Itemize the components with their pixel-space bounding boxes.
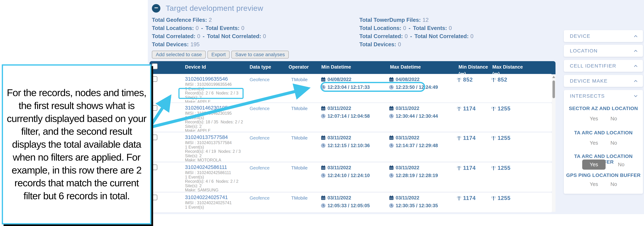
calendar-icon — [321, 135, 326, 140]
data-type-cell: Geofence — [250, 77, 270, 82]
device-id-link[interactable]: 310260199635546 — [185, 76, 238, 82]
filter-panel-intersects-header[interactable]: INTERSECTS — [564, 90, 643, 102]
filter-panel-device-header[interactable]: DEVICE — [564, 30, 643, 42]
stat-value: 2 — [209, 17, 212, 23]
ta-arc-buffer-yes-option[interactable]: Yes — [582, 159, 606, 170]
operator-cell: TMobile — [291, 77, 308, 82]
device-events: 1 Event(s) — [185, 116, 243, 120]
max-distance-cell: 1255 — [491, 135, 510, 141]
device-id-link[interactable]: 310240137577584 — [185, 134, 241, 141]
operator-cell: TMobile — [291, 165, 308, 171]
annotation-highlight-records — [178, 88, 244, 99]
ta-arc-no-option[interactable]: No — [610, 140, 617, 146]
intersects-option-heading: TA ARC AND LOCATION — [564, 130, 643, 136]
stat-value: 12 — [422, 17, 428, 23]
filter-panel-cell-identifier: CELL IDENTIFIER — [564, 60, 643, 72]
device-imsi: IMSI : 310260199635546 — [185, 82, 238, 87]
stats-geofence: Total Geofence Files:2 Total Locations:0… — [152, 16, 268, 49]
filter-panel-device-make: DEVICE MAKE — [564, 75, 643, 87]
sector-az-no-option[interactable]: No — [610, 116, 617, 122]
device-id-link[interactable]: 310240242586111 — [185, 164, 238, 170]
filter-panel-device-make-header[interactable]: DEVICE MAKE — [564, 75, 643, 87]
stat-label: Total Locations: — [152, 25, 194, 31]
column-header-operator: Operator — [288, 64, 309, 70]
stat-separator: - — [203, 33, 204, 40]
row-checkbox[interactable] — [152, 76, 157, 82]
tower-icon — [456, 106, 462, 111]
stat-label: Total Not Correlated: — [414, 33, 468, 40]
gps-ping-no-option[interactable]: No — [610, 181, 617, 187]
min-datetime-cell: 03/11/2022 12:24:10 / 12:24:10 — [321, 164, 370, 179]
stat-value: 195 — [190, 41, 200, 48]
stat-value: 0 — [449, 25, 452, 31]
stat-label: Total TowerDump Files: — [359, 17, 421, 23]
device-id-link[interactable]: 310260146230195 — [185, 104, 243, 111]
row-checkbox[interactable] — [152, 135, 157, 140]
device-id-link[interactable]: 310240224025741 — [185, 194, 232, 201]
min-datetime-cell: 03/11/2022 12:07:14 / 12:04:58 — [321, 105, 370, 119]
filter-panel-location: LOCATION — [564, 45, 643, 57]
min-distance-cell: 1174 — [456, 195, 476, 201]
filter-panel-intersects: INTERSECTS SECTOR AZ AND LOCATION Yes No… — [564, 90, 643, 194]
clock-icon — [321, 173, 326, 178]
device-make: Make: SAMSUNG — [185, 188, 238, 192]
stat-value: 0 — [470, 33, 473, 40]
save-to-case-analyses-button[interactable]: Save to case analyses — [231, 51, 289, 59]
device-cell: 310260146230195 IMSI : 310260146230195 1… — [185, 104, 243, 132]
row-checkbox[interactable] — [152, 195, 157, 200]
stat-label: Total Devices: — [359, 41, 396, 48]
device-make: Make: APPLE — [185, 100, 238, 102]
filter-panel-label: INTERSECTS — [570, 93, 605, 99]
device-imsi: IMSI : 310240224025741 — [185, 201, 232, 205]
min-distance-cell: 852 — [456, 77, 473, 83]
select-all-checkbox[interactable] — [152, 63, 158, 69]
clock-icon — [321, 203, 326, 208]
device-cell: 310240242586111 IMSI : 310240242586111 1… — [185, 164, 238, 192]
gps-ping-yes-option[interactable]: Yes — [590, 181, 598, 187]
stat-label: Total Geofence Files: — [152, 17, 207, 23]
tower-icon — [456, 135, 462, 141]
device-cell: 310240137577584 IMSI : 310240137577584 1… — [185, 134, 241, 162]
table-row: 310260146230195 IMSI : 310260146230195 1… — [150, 103, 552, 132]
row-checkbox[interactable] — [152, 105, 157, 111]
max-distance-cell: 1255 — [491, 195, 510, 201]
device-records: Record(s): 18 / 35 Nodes: 2 / 2 — [185, 120, 243, 124]
stat-value: 0 — [197, 33, 200, 40]
calendar-icon — [321, 77, 326, 82]
tower-icon — [491, 135, 496, 141]
stat-label: Total Not Correlated: — [207, 33, 261, 40]
scrollbar-up-arrow-icon[interactable] — [552, 76, 555, 78]
scrollbar-thumb[interactable] — [552, 81, 555, 98]
calendar-icon — [389, 135, 394, 140]
export-button[interactable]: Export — [208, 51, 230, 59]
intersects-option-heading: GPS PING LOCATION BUFFER — [564, 172, 643, 178]
stat-value: 0 — [196, 25, 198, 31]
calendar-icon — [321, 165, 326, 170]
ta-arc-buffer-no-option[interactable]: No — [618, 162, 624, 167]
collapse-icon[interactable]: − — [152, 4, 160, 13]
filter-panel-cell-identifier-header[interactable]: CELL IDENTIFIER — [564, 60, 643, 72]
filter-panel-label: DEVICE MAKE — [570, 78, 608, 84]
add-selected-to-case-button[interactable]: Add selected to case — [152, 51, 206, 59]
table-header: Device Id Data type Operator Min Datetim… — [150, 61, 556, 74]
tower-icon — [456, 77, 462, 82]
ta-arc-yes-option[interactable]: Yes — [590, 140, 598, 146]
annotation-text: For the records, nodes and times, the fi… — [6, 86, 146, 202]
stat-separator: - — [201, 25, 203, 31]
operator-cell: TMobile — [291, 106, 308, 111]
device-make: Make: APPLE — [185, 128, 243, 132]
chevron-up-icon — [633, 34, 638, 39]
min-distance-cell: 1174 — [456, 105, 476, 112]
min-datetime-cell: 03/11/2022 12:12:15 / 12:10:36 — [321, 135, 370, 149]
row-checkbox[interactable] — [152, 164, 157, 170]
annotation-highlight-datetimes — [320, 82, 425, 92]
sector-az-yes-option[interactable]: Yes — [590, 116, 598, 122]
stat-value: 0 — [403, 25, 406, 31]
intersects-option-row: Yes No — [564, 159, 643, 170]
calendar-icon — [321, 195, 326, 200]
clock-icon — [389, 114, 394, 119]
filter-panel-location-header[interactable]: LOCATION — [564, 45, 643, 57]
calendar-icon — [389, 106, 394, 111]
stats-towerdump: Total TowerDump Files:12 Total Locations… — [359, 16, 476, 49]
device-imsi: IMSI : 310240137577584 — [185, 141, 241, 145]
